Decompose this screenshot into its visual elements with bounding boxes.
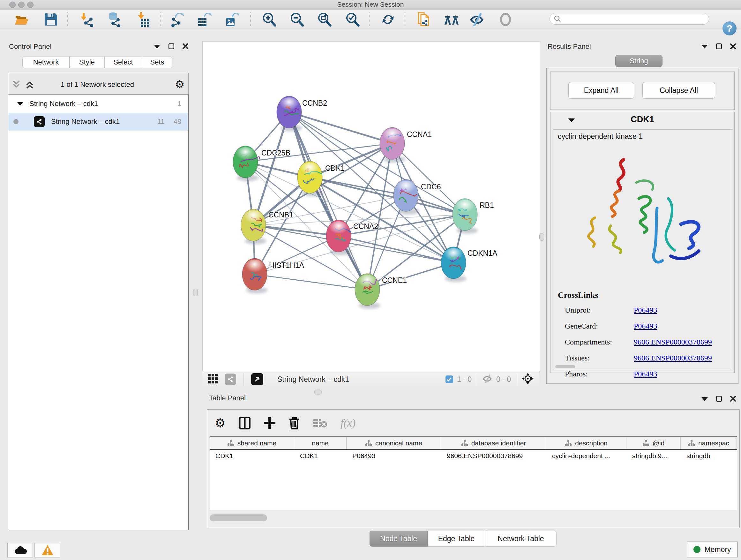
table-row[interactable]: CDK1CDK1P064939606.ENSP00000378699cyclin… xyxy=(210,450,737,461)
network-node-ccnb2[interactable]: CCNB2 xyxy=(277,96,327,131)
table-cell[interactable]: stringdb:9... xyxy=(626,450,681,461)
expand-all-button[interactable]: Expand All xyxy=(568,82,634,99)
tab-edge-table[interactable]: Edge Table xyxy=(428,531,485,547)
detach-view-button[interactable] xyxy=(251,373,263,385)
add-column-icon[interactable] xyxy=(264,417,275,429)
delete-table-icon[interactable] xyxy=(313,418,327,428)
import-network-database-button[interactable] xyxy=(105,12,122,26)
tab-node-table[interactable]: Node Table xyxy=(369,531,428,547)
show-all-button[interactable] xyxy=(496,12,515,26)
maximize-panel-icon[interactable] xyxy=(169,44,174,49)
network-edge[interactable] xyxy=(310,177,465,214)
horizontal-splitter-handle[interactable] xyxy=(314,390,322,395)
network-options-gear-icon[interactable]: ⚙ xyxy=(175,78,185,91)
import-network-file-button[interactable] xyxy=(77,12,95,26)
table-cell[interactable]: 9606.ENSP00000378699 xyxy=(441,450,546,461)
tree-expand-icon[interactable] xyxy=(17,102,23,106)
column-header-namespac[interactable]: namespac xyxy=(681,437,737,449)
left-splitter-handle[interactable] xyxy=(193,289,198,296)
close-panel-icon[interactable] xyxy=(730,396,736,401)
refresh-button[interactable] xyxy=(379,12,397,26)
column-header-name[interactable]: name xyxy=(294,437,347,449)
network-edge[interactable] xyxy=(367,263,454,290)
network-edge[interactable] xyxy=(339,236,454,263)
crosslink-value-link[interactable]: 9606.ENSP00000378699 xyxy=(634,338,712,347)
column-header-shared-name[interactable]: shared name xyxy=(210,437,294,449)
zoom-fit-button[interactable] xyxy=(315,12,333,26)
collapse-all-button[interactable]: Collapse All xyxy=(643,82,715,99)
tab-string[interactable]: String xyxy=(615,55,663,67)
crosslink-value-link[interactable]: P06493 xyxy=(634,306,657,314)
help-button[interactable]: ? xyxy=(723,21,737,36)
tab-network-table[interactable]: Network Table xyxy=(485,531,556,547)
save-session-button[interactable] xyxy=(42,12,60,26)
export-network-button[interactable] xyxy=(168,12,186,26)
network-node-rb1[interactable]: RB1 xyxy=(453,199,494,234)
crosslink-value-link[interactable]: P06493 xyxy=(634,322,657,330)
maximize-panel-icon[interactable] xyxy=(716,396,722,401)
tab-sets[interactable]: Sets xyxy=(142,56,172,68)
first-neighbors-button[interactable] xyxy=(443,12,461,26)
collapse-all-networks-button[interactable] xyxy=(11,80,21,91)
expand-all-networks-button[interactable] xyxy=(25,80,35,91)
float-panel-icon[interactable] xyxy=(701,396,708,401)
network-view-toolbar: String Network – cdk1 1 - 0 0 - 0 xyxy=(202,371,539,387)
clone-network-button[interactable] xyxy=(415,12,433,26)
export-table-button[interactable] xyxy=(195,12,213,26)
table-cell[interactable]: CDK1 xyxy=(210,450,294,461)
function-builder-icon[interactable]: f(x) xyxy=(340,417,355,429)
export-image-button[interactable] xyxy=(223,12,241,26)
open-session-button[interactable] xyxy=(13,12,30,26)
column-header-database-identifier[interactable]: database identifier xyxy=(441,437,546,449)
close-panel-icon[interactable] xyxy=(183,44,188,49)
float-panel-icon[interactable] xyxy=(701,44,708,49)
network-row-selected[interactable]: String Network – cdk1 11 48 xyxy=(8,113,188,131)
right-splitter-handle[interactable] xyxy=(539,233,544,241)
maximize-panel-icon[interactable] xyxy=(716,44,722,49)
zoom-out-button[interactable] xyxy=(288,12,306,26)
warning-status-button[interactable] xyxy=(35,543,60,557)
cloud-status-button[interactable] xyxy=(7,543,33,557)
column-header-canonical-name[interactable]: canonical name xyxy=(347,437,441,449)
table-cell[interactable]: stringdb xyxy=(681,450,737,461)
show-column-icon[interactable] xyxy=(239,417,251,429)
table-cell[interactable]: CDK1 xyxy=(294,450,347,461)
close-panel-icon[interactable] xyxy=(730,44,736,49)
memory-button[interactable]: Memory xyxy=(687,542,738,557)
table-cell[interactable]: cyclin-dependent ... xyxy=(546,450,626,461)
import-table-file-button[interactable] xyxy=(134,12,152,26)
network-node-cdc6[interactable]: CDC6 xyxy=(394,179,441,214)
tab-style[interactable]: Style xyxy=(70,56,105,68)
delete-column-icon[interactable] xyxy=(289,417,300,429)
tab-network[interactable]: Network xyxy=(22,56,70,68)
gene-card-hscroll-thumb[interactable] xyxy=(555,365,575,368)
network-collection-row[interactable]: String Network – cdk1 1 xyxy=(8,95,188,113)
network-node-hist1h1a[interactable]: HIST1H1A xyxy=(242,258,305,294)
float-panel-icon[interactable] xyxy=(154,44,160,49)
table-options-gear-icon[interactable]: ⚙ xyxy=(215,416,226,430)
network-edge[interactable] xyxy=(289,112,392,143)
selected-checkbox-icon[interactable] xyxy=(446,375,453,383)
network-canvas[interactable]: CCNB2CCNA1CDC25BCDK1CDC6RB1CCNB1CCNA2CDK… xyxy=(202,42,540,372)
zoom-in-button[interactable] xyxy=(260,12,278,26)
network-node-cdkn1a[interactable]: CDKN1A xyxy=(441,247,497,282)
network-node-ccna2[interactable]: CCNA2 xyxy=(326,220,378,255)
tab-select[interactable]: Select xyxy=(105,56,142,68)
network-edge[interactable] xyxy=(255,274,367,290)
hide-selected-button[interactable] xyxy=(468,12,486,26)
column-header--id[interactable]: @id xyxy=(626,437,681,449)
column-header-description[interactable]: description xyxy=(546,437,626,449)
birdseye-toggle-button[interactable] xyxy=(522,373,534,386)
table-panel-body: ⚙ f(x) shared namenamecanonical namedata… xyxy=(207,409,740,528)
search-input[interactable] xyxy=(561,15,703,23)
zoom-selected-button[interactable] xyxy=(343,12,361,26)
network-graph[interactable]: CCNB2CCNA1CDC25BCDK1CDC6RB1CCNB1CCNA2CDK… xyxy=(203,42,540,371)
network-view-share-button[interactable] xyxy=(225,374,236,385)
grid-view-button[interactable] xyxy=(208,374,218,385)
crosslink-value-link[interactable]: P06493 xyxy=(634,370,657,378)
table-cell[interactable]: P06493 xyxy=(347,450,441,461)
network-node-cdc25b[interactable]: CDC25B xyxy=(233,146,290,181)
table-hscroll-thumb[interactable] xyxy=(210,514,267,521)
network-edge[interactable] xyxy=(253,225,339,236)
crosslink-value-link[interactable]: 9606.ENSP00000378699 xyxy=(634,354,712,362)
